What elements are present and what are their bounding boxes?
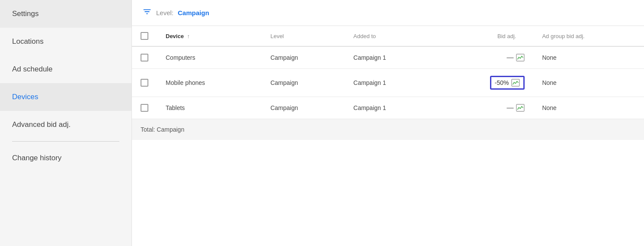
level-cell: Campaign bbox=[262, 97, 345, 119]
level-cell: Campaign bbox=[262, 46, 345, 69]
sidebar-divider bbox=[12, 141, 119, 142]
table-row: ComputersCampaignCampaign 1 — None bbox=[132, 46, 644, 69]
sidebar: Settings Locations Ad schedule Devices A… bbox=[0, 0, 132, 246]
ad-group-bid-adj-cell: None bbox=[533, 69, 644, 97]
col-header-added-to: Added to bbox=[345, 26, 437, 46]
total-label: Total: Campaign bbox=[132, 119, 644, 140]
sidebar-item-label: Settings bbox=[12, 10, 38, 18]
header-checkbox[interactable] bbox=[141, 32, 148, 40]
col-header-level: Level bbox=[262, 26, 345, 46]
device-cell: Mobile phones bbox=[157, 69, 262, 97]
table-header-row: Device ↑ Level Added to Bid adj. Ad grou… bbox=[132, 26, 644, 46]
col-header-checkbox bbox=[132, 26, 157, 46]
data-table-wrapper: Device ↑ Level Added to Bid adj. Ad grou… bbox=[132, 26, 644, 246]
filter-icon[interactable] bbox=[142, 7, 152, 19]
filter-prefix: Level: bbox=[156, 9, 173, 16]
bid-adj-normal[interactable]: — bbox=[445, 54, 525, 62]
sidebar-item-label: Locations bbox=[12, 37, 44, 45]
col-header-ad-group-bid-adj: Ad group bid adj. bbox=[533, 26, 644, 46]
bid-adj-cell[interactable]: — bbox=[437, 46, 533, 69]
sidebar-item-label: Devices bbox=[12, 93, 38, 101]
sidebar-item-change-history[interactable]: Change history bbox=[0, 144, 131, 172]
table-footer: Total: Campaign bbox=[132, 119, 644, 140]
added-to-cell: Campaign 1 bbox=[345, 46, 437, 69]
bid-adj-highlighted[interactable]: -50% bbox=[490, 76, 525, 90]
row-checkbox[interactable] bbox=[141, 54, 148, 62]
sidebar-item-ad-schedule[interactable]: Ad schedule bbox=[0, 55, 131, 83]
sidebar-item-advanced-bid[interactable]: Advanced bid adj. bbox=[0, 111, 131, 139]
bid-adj-value: — bbox=[506, 104, 513, 112]
bid-adj-value: -50% bbox=[495, 79, 509, 86]
bid-adj-value: — bbox=[506, 54, 513, 62]
added-to-cell: Campaign 1 bbox=[345, 97, 437, 119]
sidebar-item-settings[interactable]: Settings bbox=[0, 0, 131, 28]
filter-bar: Level: Campaign bbox=[132, 0, 644, 26]
sidebar-item-devices[interactable]: Devices bbox=[0, 83, 131, 111]
sidebar-item-label: Ad schedule bbox=[12, 65, 53, 73]
total-row: Total: Campaign bbox=[132, 119, 644, 140]
row-checkbox[interactable] bbox=[141, 79, 148, 87]
table-row: TabletsCampaignCampaign 1 — None bbox=[132, 97, 644, 119]
ad-group-bid-adj-cell: None bbox=[533, 97, 644, 119]
table-body: ComputersCampaignCampaign 1 — NoneMobile… bbox=[132, 46, 644, 119]
row-checkbox[interactable] bbox=[141, 104, 148, 112]
added-to-cell: Campaign 1 bbox=[345, 69, 437, 97]
bid-adj-cell[interactable]: — bbox=[437, 97, 533, 119]
table-row: Mobile phonesCampaignCampaign 1 -50% Non… bbox=[132, 69, 644, 97]
sidebar-item-label: Change history bbox=[12, 154, 61, 162]
sidebar-item-locations[interactable]: Locations bbox=[0, 28, 131, 55]
bid-adj-normal[interactable]: — bbox=[445, 104, 525, 112]
sidebar-item-label: Advanced bid adj. bbox=[12, 120, 70, 129]
main-content: Level: Campaign Device ↑ Level bbox=[132, 0, 644, 246]
col-header-device[interactable]: Device ↑ bbox=[157, 26, 262, 46]
device-cell: Tablets bbox=[157, 97, 262, 119]
ad-group-bid-adj-cell: None bbox=[533, 46, 644, 69]
filter-value: Campaign bbox=[178, 9, 209, 16]
level-cell: Campaign bbox=[262, 69, 345, 97]
sort-arrow-icon: ↑ bbox=[187, 33, 190, 39]
device-cell: Computers bbox=[157, 46, 262, 69]
bid-adj-cell[interactable]: -50% bbox=[437, 69, 533, 97]
col-header-bid-adj: Bid adj. bbox=[437, 26, 533, 46]
devices-table: Device ↑ Level Added to Bid adj. Ad grou… bbox=[132, 26, 644, 140]
